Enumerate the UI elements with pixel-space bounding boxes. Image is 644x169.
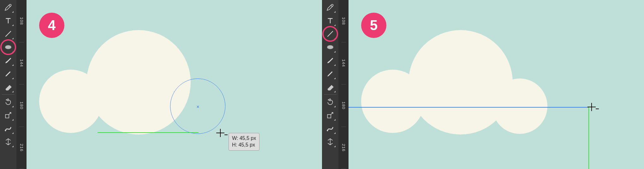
ruler-mark: 180: [341, 84, 346, 127]
pencil-icon: [326, 70, 334, 78]
svg-point-0: [5, 45, 11, 49]
ellipse-icon: [4, 43, 12, 51]
scale-icon: [4, 111, 12, 119]
pen-icon: [4, 3, 12, 11]
tooltip-height: H: 45,5 px: [232, 142, 256, 148]
ruler-mark: 216: [341, 127, 346, 169]
width-icon: [326, 124, 334, 133]
eraser-tool[interactable]: [324, 80, 337, 94]
line-tool[interactable]: [2, 27, 15, 41]
line-icon: [326, 30, 334, 38]
vertical-ruler-left: 108 144 180 216: [16, 0, 27, 169]
pencil-tool[interactable]: [2, 67, 15, 80]
crosshair-cursor: [587, 103, 596, 111]
line-icon: [4, 30, 12, 38]
free-transform-tool[interactable]: [2, 135, 15, 148]
ruler-mark: 108: [341, 0, 346, 42]
vertical-ruler-right: 108 144 180 216: [338, 0, 349, 169]
scale-tool[interactable]: [324, 109, 337, 122]
ruler-mark: 144: [341, 42, 346, 85]
rotate-icon: [4, 98, 12, 106]
svg-rect-1: [5, 115, 9, 118]
step-number: 5: [370, 17, 378, 33]
pencil-icon: [4, 70, 12, 78]
svg-point-5: [327, 130, 328, 131]
eraser-tool[interactable]: [2, 80, 15, 94]
toolbar-separator: [2, 94, 15, 95]
brush-tool[interactable]: [324, 54, 337, 67]
ellipse-icon: [326, 43, 334, 51]
pen-tool[interactable]: [324, 1, 337, 14]
tooltip-width: W: 45,5 px: [232, 135, 256, 142]
toolbar-left: [0, 0, 16, 169]
brush-icon: [4, 56, 12, 65]
step-badge: 5: [361, 13, 386, 38]
canvas-right[interactable]: 5: [349, 0, 644, 169]
width-tool[interactable]: [2, 122, 15, 135]
ruler-mark: 108: [19, 0, 24, 42]
type-icon: [4, 16, 12, 25]
brush-icon: [326, 56, 334, 65]
rotate-tool[interactable]: [2, 95, 15, 109]
ellipse-tool[interactable]: [324, 41, 337, 54]
scale-tool[interactable]: [2, 109, 15, 122]
type-tool[interactable]: [2, 14, 15, 27]
type-tool[interactable]: [324, 14, 337, 27]
eraser-icon: [326, 83, 334, 91]
dimension-tooltip: W: 45,5 px H: 45,5 px: [229, 133, 259, 151]
crosshair-cursor: [216, 129, 224, 137]
type-icon: [326, 16, 334, 25]
width-icon: [4, 124, 12, 133]
line-segment-preview: [349, 107, 588, 108]
rotate-tool[interactable]: [324, 95, 337, 109]
rotate-icon: [326, 98, 334, 106]
transform-icon: [326, 138, 334, 146]
eraser-icon: [4, 83, 12, 91]
ellipse-tool[interactable]: [2, 41, 15, 54]
svg-point-3: [327, 45, 333, 49]
transform-icon: [4, 138, 12, 146]
step-number: 4: [48, 17, 56, 33]
toolbar-separator: [324, 94, 337, 95]
width-tool[interactable]: [324, 122, 337, 135]
panel-step-4: 108 144 180 216 × W: 45,5 px H: 45,5 px …: [0, 0, 322, 169]
canvas-left[interactable]: × W: 45,5 px H: 45,5 px 4: [27, 0, 322, 169]
pen-tool[interactable]: [2, 1, 15, 14]
toolbar-right: [322, 0, 338, 169]
ruler-mark: 180: [19, 84, 24, 127]
ruler-mark: 144: [19, 42, 24, 85]
pencil-tool[interactable]: [324, 67, 337, 80]
cloud-circle: [492, 78, 547, 134]
smart-guide-vertical: [588, 107, 589, 169]
ruler-mark: 216: [19, 127, 24, 169]
ellipse-center-mark: ×: [196, 104, 199, 110]
panel-step-5: 108 144 180 216 5: [322, 0, 644, 169]
pen-icon: [326, 3, 334, 11]
smart-guide-horizontal: [98, 132, 199, 133]
svg-point-2: [5, 130, 6, 131]
step-badge: 4: [39, 13, 64, 38]
svg-rect-4: [327, 115, 331, 118]
line-tool[interactable]: [324, 27, 337, 41]
scale-icon: [326, 111, 334, 119]
brush-tool[interactable]: [2, 54, 15, 67]
free-transform-tool[interactable]: [324, 135, 337, 148]
